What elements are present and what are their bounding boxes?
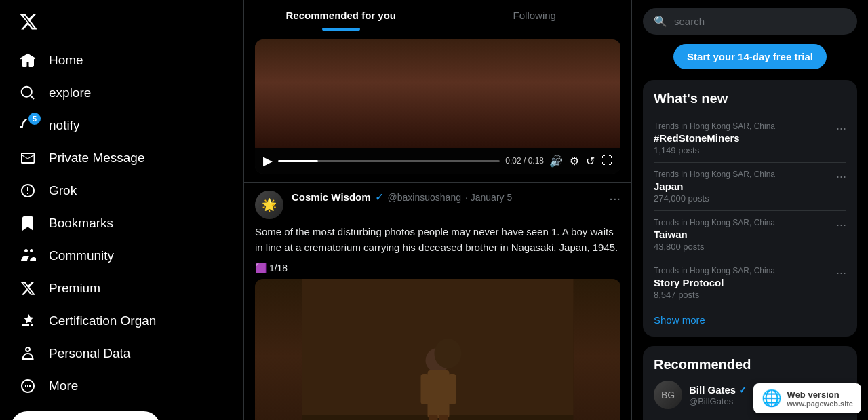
rec-verified-0: ✓ [738,384,747,396]
tweet-photo [255,279,620,420]
recommended-title: Recommended [654,357,846,373]
logo[interactable] [11,5,233,41]
search-icon [19,84,37,102]
sidebar-item-home-label: Home [49,53,83,68]
whats-new-title: What's new [654,91,846,107]
x-logo-icon [19,12,38,31]
progress-fill [278,160,318,162]
main-feed: Recommended for you Following ▶ 0:02 / 0… [244,0,632,420]
sidebar-item-notify-label: notify [49,118,79,133]
trend-name-0[interactable]: #RedStoneMiners [654,132,846,144]
trend-item-0: Trends in Hong Kong SAR, China #RedStone… [654,115,846,163]
tweet-author: Cosmic Wisdom ✓ @baxinsuoshang · January… [292,191,601,204]
video-container: ▶ 0:02 / 0:18 🔊 ⚙ ↺ ⛶ [255,39,620,174]
globe-icon: 🌐 [762,389,782,408]
trend-location-0: Trends in Hong Kong SAR, China [654,121,846,131]
sidebar-item-private-message[interactable]: Private Message [11,142,233,174]
trend-posts-3: 8,547 posts [654,290,846,300]
tweet-header: 🌟 Cosmic Wisdom ✓ @baxinsuoshang · Janua… [255,191,620,219]
verified-icon: ✓ [375,191,384,204]
tweet-text: Some of the most disturbing photos peopl… [255,225,620,255]
sidebar-item-more[interactable]: More [11,370,233,402]
notify-badge: 5 [28,113,41,125]
search-bar[interactable]: 🔍 [643,8,857,35]
volume-icon[interactable]: 🔊 [549,155,563,168]
author-name[interactable]: Cosmic Wisdom [292,191,371,203]
tweet-image [255,279,620,420]
trend-more-button-1[interactable]: ··· [836,170,846,184]
web-badge-url: www.pageweb.site [787,400,853,408]
video-icon-controls: 🔊 ⚙ ↺ ⛶ [549,155,612,168]
show-more-link[interactable]: Show more [654,314,846,326]
play-button[interactable]: ▶ [263,153,273,168]
sidebar-item-community[interactable]: Community [11,240,233,271]
rec-avatar-bill-gates: BG [654,381,682,409]
sidebar-item-home[interactable]: Home [11,45,233,76]
video-controls: ▶ 0:02 / 0:18 🔊 ⚙ ↺ ⛶ [255,148,620,174]
home-icon [19,52,37,69]
sidebar: Home explore 5 notify Private Message Gr… [0,0,244,420]
page-indicator: 🟪 1/18 [255,263,288,273]
trend-item-3: Trends in Hong Kong SAR, China Story Pro… [654,259,846,307]
author-handle: @baxinsuoshang [388,192,461,203]
trend-name-3[interactable]: Story Protocol [654,277,846,288]
sidebar-item-grok-label: Grok [49,183,77,198]
sidebar-item-personal-data-label: Personal Data [49,346,130,361]
post-button[interactable]: Post [11,411,160,420]
trend-posts-0: 1,149 posts [654,145,846,155]
video-post: ▶ 0:02 / 0:18 🔊 ⚙ ↺ ⛶ [244,31,631,183]
sidebar-item-certification[interactable]: Certification Organ [11,305,233,337]
sidebar-item-premium-label: Premium [49,281,100,296]
tab-recommended[interactable]: Recommended for you [244,0,438,31]
trial-button[interactable]: Start your 14-day free trial [673,44,827,69]
tweet-date: · January 5 [465,192,512,203]
tweet-image-content [255,279,620,420]
web-version-badge: 🌐 Web version www.pageweb.site [753,383,861,413]
svg-rect-7 [439,415,448,420]
avatar: 🌟 [255,191,283,219]
person-icon [19,345,37,362]
grok-icon [19,182,37,199]
sidebar-item-notify[interactable]: 5 notify [11,110,233,141]
bookmark-icon [19,214,37,232]
trend-more-button-2[interactable]: ··· [836,218,846,232]
sidebar-item-personal-data[interactable]: Personal Data [11,338,233,369]
sidebar-item-premium[interactable]: Premium [11,273,233,304]
trend-name-1[interactable]: Japan [654,180,846,192]
feed-tabs: Recommended for you Following [244,0,631,31]
loop-icon[interactable]: ↺ [586,155,595,168]
tweet: 🌟 Cosmic Wisdom ✓ @baxinsuoshang · Janua… [244,183,631,420]
progress-bar[interactable] [278,160,500,162]
sidebar-item-more-label: More [49,379,78,394]
settings-icon[interactable]: ⚙ [570,155,579,168]
trend-name-2[interactable]: Taiwan [654,229,846,240]
trend-item-1: Trends in Hong Kong SAR, China Japan 274… [654,163,846,211]
trend-more-button-0[interactable]: ··· [836,121,846,136]
whats-new-card: What's new Trends in Hong Kong SAR, Chin… [643,80,857,337]
trend-location-3: Trends in Hong Kong SAR, China [654,266,846,275]
sidebar-item-grok[interactable]: Grok [11,175,233,206]
svg-rect-8 [421,374,429,404]
web-badge-title: Web version [787,389,853,400]
video-time: 0:02 / 0:18 [505,156,544,166]
right-panel: 🔍 Start your 14-day free trial What's ne… [632,0,868,420]
trend-posts-2: 43,800 posts [654,242,846,252]
svg-rect-5 [428,370,450,418]
sidebar-item-bookmarks[interactable]: Bookmarks [11,208,233,239]
tweet-meta: Cosmic Wisdom ✓ @baxinsuoshang · January… [292,191,601,204]
trend-posts-1: 274,000 posts [654,193,846,204]
sidebar-item-private-message-label: Private Message [49,151,145,166]
tab-following[interactable]: Following [438,0,632,31]
sidebar-item-explore[interactable]: explore [11,77,233,109]
trend-item-2: Trends in Hong Kong SAR, China Taiwan 43… [654,211,846,259]
search-bar-icon: 🔍 [654,15,667,28]
sidebar-item-explore-label: explore [49,85,91,100]
tweet-more-button[interactable]: ··· [609,191,620,206]
video-thumbnail [255,39,620,148]
trend-location-2: Trends in Hong Kong SAR, China [654,218,846,227]
trend-location-1: Trends in Hong Kong SAR, China [654,170,846,179]
more-circle-icon [19,377,37,395]
search-input[interactable] [674,16,846,27]
fullscreen-icon[interactable]: ⛶ [601,155,612,168]
trend-more-button-3[interactable]: ··· [836,266,846,280]
